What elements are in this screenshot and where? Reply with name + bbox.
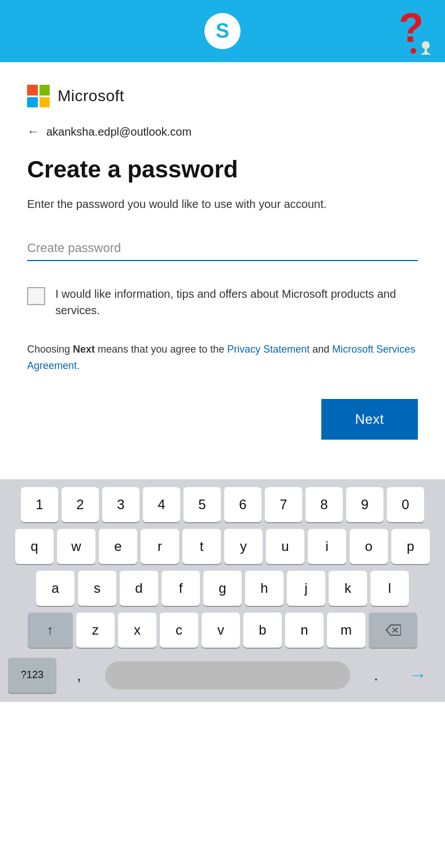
keyboard-number-row: 1 2 3 4 5 6 7 8 9 0 [3, 487, 442, 522]
keyboard-asdf-row: a s d f g h j k l [3, 571, 442, 606]
key-u[interactable]: u [266, 529, 304, 564]
microsoft-brand-label: Microsoft [58, 87, 124, 105]
keyboard-zxcv-row: ↑ z x c v b n m [3, 613, 442, 648]
key-w[interactable]: w [57, 529, 95, 564]
key-x[interactable]: x [118, 613, 156, 648]
key-r[interactable]: r [141, 529, 179, 564]
privacy-statement-link[interactable]: Privacy Statement [227, 344, 309, 355]
legal-prefix: Choosing [27, 344, 73, 355]
keyboard-qwerty-row: q w e r t y u i o p [3, 529, 442, 564]
skype-logo: S [204, 13, 241, 49]
key-2[interactable]: 2 [62, 487, 99, 522]
key-3[interactable]: 3 [102, 487, 139, 522]
comma-key[interactable]: , [60, 658, 98, 693]
key-g[interactable]: g [203, 571, 242, 606]
space-key[interactable] [105, 661, 350, 689]
svg-point-7 [411, 48, 416, 54]
newsletter-checkbox[interactable] [27, 287, 45, 305]
ms-square-green [40, 85, 50, 96]
ms-square-red [27, 85, 38, 96]
key-s[interactable]: s [78, 571, 116, 606]
key-t[interactable]: t [182, 529, 221, 564]
key-y[interactable]: y [224, 529, 263, 564]
key-e[interactable]: e [99, 529, 137, 564]
back-arrow-icon: ← [27, 124, 40, 139]
key-d[interactable]: d [120, 571, 158, 606]
key-9[interactable]: 9 [346, 487, 383, 522]
key-f[interactable]: f [162, 571, 200, 606]
key-8[interactable]: 8 [306, 487, 343, 522]
legal-and: and [309, 344, 332, 355]
next-button-row: Next [27, 399, 418, 440]
password-field-wrap [27, 235, 418, 261]
page-heading: Create a password [27, 156, 418, 183]
svg-marker-8 [386, 625, 401, 635]
key-i[interactable]: i [308, 529, 346, 564]
key-p[interactable]: p [391, 529, 430, 564]
password-input[interactable] [27, 235, 418, 261]
howto-figure-svg: ? [396, 7, 435, 55]
key-z[interactable]: z [76, 613, 115, 648]
legal-text: Choosing Next means that you agree to th… [27, 341, 418, 374]
key-j[interactable]: j [287, 571, 325, 606]
key-0[interactable]: 0 [387, 487, 424, 522]
checkbox-row[interactable]: I would like information, tips and offer… [27, 286, 418, 319]
keyboard: 1 2 3 4 5 6 7 8 9 0 q w e r t y u i o p … [0, 479, 445, 702]
ms-square-blue [27, 97, 38, 108]
keyboard-bottom-row: ?123 , . → [3, 654, 442, 702]
skype-letter: S [216, 19, 229, 43]
legal-middle: means that you agree to the [95, 344, 227, 355]
key-1[interactable]: 1 [21, 487, 58, 522]
key-4[interactable]: 4 [143, 487, 180, 522]
key-6[interactable]: 6 [224, 487, 261, 522]
key-o[interactable]: o [350, 529, 388, 564]
ms-square-yellow [40, 97, 50, 108]
key-5[interactable]: 5 [184, 487, 221, 522]
back-row[interactable]: ← akanksha.edpl@outlook.com [27, 124, 418, 139]
period-key[interactable]: . [357, 658, 395, 693]
legal-next-bold: Next [73, 344, 95, 355]
shift-key[interactable]: ↑ [28, 613, 73, 648]
main-content: Microsoft ← akanksha.edpl@outlook.com Cr… [0, 62, 445, 479]
svg-point-1 [422, 41, 430, 49]
key-h[interactable]: h [245, 571, 283, 606]
top-bar: S ? [0, 0, 445, 62]
key-b[interactable]: b [243, 613, 282, 648]
key-m[interactable]: m [327, 613, 365, 648]
back-email: akanksha.edpl@outlook.com [46, 125, 191, 138]
key-l[interactable]: l [370, 571, 409, 606]
go-arrow-key[interactable]: → [399, 658, 437, 693]
howto-wiki-icon: ? [396, 8, 435, 53]
backspace-key[interactable] [369, 613, 417, 648]
key-n[interactable]: n [285, 613, 324, 648]
checkbox-label: I would like information, tips and offer… [55, 286, 418, 319]
number-symbol-key[interactable]: ?123 [8, 658, 56, 693]
key-k[interactable]: k [329, 571, 367, 606]
microsoft-logo-row: Microsoft [27, 85, 418, 107]
subtitle: Enter the password you would like to use… [27, 196, 418, 212]
key-7[interactable]: 7 [265, 487, 302, 522]
key-a[interactable]: a [36, 571, 75, 606]
svg-text:?: ? [399, 7, 424, 50]
key-q[interactable]: q [15, 529, 54, 564]
key-v[interactable]: v [202, 613, 240, 648]
microsoft-logo-grid [27, 85, 50, 107]
key-c[interactable]: c [160, 613, 198, 648]
next-button[interactable]: Next [321, 399, 418, 440]
